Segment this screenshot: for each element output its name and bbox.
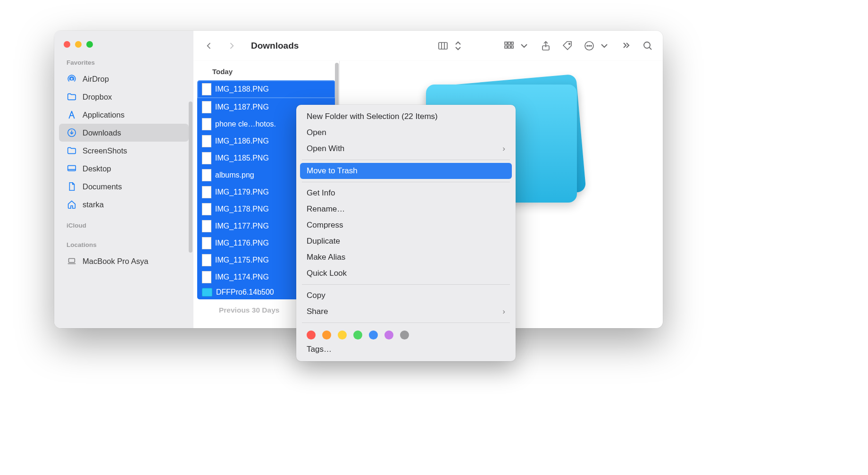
sidebar-section-locations: Locations <box>54 233 193 252</box>
svg-point-0 <box>70 77 73 80</box>
file-thumb-icon <box>202 254 211 266</box>
file-thumb-icon <box>202 152 211 164</box>
ctx-rename[interactable]: Rename… <box>300 201 512 217</box>
ctx-tags[interactable]: Tags… <box>300 341 512 357</box>
file-thumb-icon <box>202 101 211 113</box>
ctx-compress[interactable]: Compress <box>300 217 512 233</box>
file-name: IMG_1174.PNG <box>215 273 269 281</box>
ctx-get-info[interactable]: Get Info <box>300 185 512 201</box>
sidebar-item-label: AirDrop <box>83 75 109 84</box>
file-name: albums.png <box>215 171 254 179</box>
file-thumb-icon <box>202 135 211 147</box>
sidebar: Favorites AirDropDropboxApplicationsDown… <box>54 31 193 328</box>
svg-rect-10 <box>511 42 513 44</box>
close-button[interactable] <box>64 41 70 48</box>
tag-icon[interactable] <box>562 40 573 51</box>
file-row[interactable]: IMG_1188.PNG <box>197 80 335 98</box>
svg-line-21 <box>649 47 651 50</box>
chevron-right-icon: › <box>502 307 505 316</box>
sidebar-item-airdrop[interactable]: AirDrop <box>59 70 189 88</box>
tag-color[interactable] <box>307 331 316 339</box>
tag-color[interactable] <box>338 331 347 339</box>
sidebar-item-downloads[interactable]: Downloads <box>59 124 189 142</box>
doc-icon <box>67 181 77 192</box>
file-name: IMG_1185.PNG <box>215 154 269 162</box>
sidebar-item-screenshots[interactable]: ScreenShots <box>59 142 189 160</box>
file-name: IMG_1186.PNG <box>215 137 269 145</box>
share-icon[interactable] <box>540 40 551 51</box>
maximize-button[interactable] <box>86 41 93 48</box>
file-thumb-icon <box>202 118 211 130</box>
sidebar-item-applications[interactable]: Applications <box>59 106 189 124</box>
sidebar-item-desktop[interactable]: Desktop <box>59 160 189 178</box>
file-name: IMG_1177.PNG <box>215 222 269 230</box>
file-name: IMG_1175.PNG <box>215 256 269 264</box>
ctx-duplicate[interactable]: Duplicate <box>300 233 512 249</box>
chevron-down-icon[interactable] <box>599 40 610 51</box>
search-icon[interactable] <box>642 40 653 51</box>
sidebar-item-starka[interactable]: starka <box>59 195 189 213</box>
view-updown-icon[interactable] <box>452 40 464 51</box>
laptop-icon <box>67 256 77 266</box>
ctx-separator <box>302 284 510 285</box>
minimize-button[interactable] <box>75 41 82 48</box>
download-icon <box>67 127 77 138</box>
airdrop-icon <box>67 74 77 84</box>
file-thumb-icon <box>202 220 211 232</box>
back-button[interactable] <box>203 40 215 52</box>
sidebar-item-documents[interactable]: Documents <box>59 178 189 195</box>
sidebar-scrollbar[interactable] <box>189 102 192 253</box>
sidebar-item-label: starka <box>83 200 104 209</box>
ctx-share[interactable]: Share› <box>300 304 512 320</box>
file-name: IMG_1178.PNG <box>215 205 269 213</box>
svg-point-19 <box>591 45 592 46</box>
file-thumb-icon <box>202 83 211 95</box>
view-columns-icon[interactable] <box>437 40 449 51</box>
ctx-tag-colors <box>300 326 512 341</box>
chevron-right-icon: › <box>502 144 505 153</box>
forward-button[interactable] <box>225 40 238 52</box>
tag-color[interactable] <box>384 331 393 339</box>
group-header-today: Today <box>193 61 339 80</box>
ctx-open-with[interactable]: Open With› <box>300 141 512 157</box>
svg-rect-12 <box>508 46 510 48</box>
more-icon[interactable] <box>584 40 595 51</box>
file-thumb-icon <box>202 203 211 215</box>
file-thumb-icon <box>202 271 211 283</box>
svg-point-18 <box>589 45 590 46</box>
group-icon[interactable] <box>503 40 515 51</box>
toolbar: Downloads <box>193 31 663 61</box>
tag-color[interactable] <box>353 331 362 339</box>
window-title: Downloads <box>251 41 299 51</box>
sidebar-item-label: Downloads <box>83 128 121 137</box>
ctx-copy[interactable]: Copy <box>300 288 512 304</box>
svg-rect-11 <box>505 46 507 48</box>
file-thumb-icon <box>202 237 211 249</box>
svg-rect-8 <box>505 42 507 44</box>
tag-color[interactable] <box>322 331 331 339</box>
ctx-move-to-trash[interactable]: Move to Trash <box>300 163 512 179</box>
svg-rect-9 <box>508 42 510 44</box>
sidebar-item-macbook-pro-asya[interactable]: MacBook Pro Asya <box>59 252 189 270</box>
sidebar-item-label: Applications <box>83 110 125 119</box>
file-name: IMG_1179.PNG <box>215 188 269 196</box>
sidebar-item-label: Documents <box>83 182 122 191</box>
ctx-quick-look[interactable]: Quick Look <box>300 265 512 281</box>
context-menu: New Folder with Selection (22 Items) Ope… <box>296 105 516 361</box>
home-icon <box>67 199 77 210</box>
app-icon <box>67 110 77 120</box>
ctx-new-folder[interactable]: New Folder with Selection (22 Items) <box>300 109 512 125</box>
tag-color[interactable] <box>400 331 409 339</box>
overflow-icon[interactable] <box>620 40 632 51</box>
chevron-down-icon[interactable] <box>518 40 530 51</box>
ctx-open[interactable]: Open <box>300 125 512 141</box>
file-name: phone cle…hotos. <box>215 120 276 128</box>
ctx-make-alias[interactable]: Make Alias <box>300 249 512 265</box>
sidebar-item-label: Dropbox <box>83 93 112 102</box>
sidebar-item-dropbox[interactable]: Dropbox <box>59 88 189 106</box>
file-name: IMG_1188.PNG <box>215 85 269 93</box>
tag-color[interactable] <box>369 331 378 339</box>
file-thumb-icon <box>202 169 211 181</box>
svg-point-15 <box>569 43 570 44</box>
svg-point-20 <box>644 42 650 48</box>
